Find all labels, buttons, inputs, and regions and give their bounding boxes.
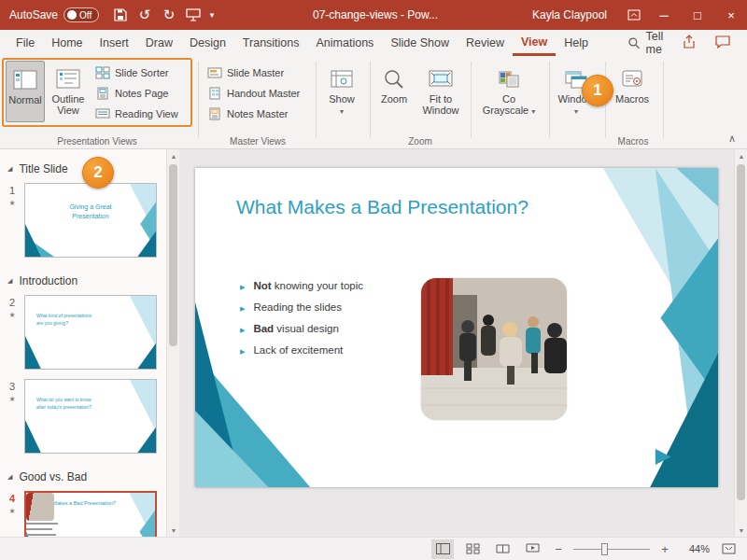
thumbnails-scrollbar[interactable]: ▲ ▼ [166, 149, 179, 537]
scroll-down-icon[interactable]: ▼ [167, 524, 180, 537]
slide-thumbnail-3[interactable]: What do you want to know after today's p… [24, 379, 157, 454]
notes-master-button[interactable]: Notes Master [207, 105, 288, 123]
macros-button[interactable]: Macros [611, 61, 654, 122]
thumbnail-title: Giving a Great Presentation [62, 203, 120, 220]
autosave-control[interactable]: AutoSave Off [9, 7, 99, 22]
slide-thumbnail-4[interactable]: What Makes a Bad Presentation? [24, 491, 157, 537]
comments-button[interactable] [715, 35, 730, 51]
animation-star-icon[interactable]: ★ [8, 507, 15, 515]
color-grayscale-button[interactable]: CoGrayscale ▾ [478, 61, 540, 122]
reading-view-button[interactable]: Reading View [95, 105, 178, 123]
zoom-button[interactable]: Zoom [375, 61, 413, 122]
scroll-up-icon[interactable]: ▲ [735, 149, 747, 162]
scrollbar-thumb[interactable] [169, 164, 177, 346]
zoom-out-button[interactable]: − [551, 542, 566, 556]
close-button[interactable]: × [715, 0, 747, 30]
handout-master-button[interactable]: Handout Master [207, 84, 300, 103]
slide-thumbnail-2[interactable]: What kind of presentations are you givin… [24, 295, 157, 370]
tab-file[interactable]: File [7, 30, 43, 56]
master-views-group-label: Master Views [200, 136, 316, 147]
section-collapse-icon[interactable]: ◢ [7, 165, 12, 173]
slide-row-4[interactable]: 4 ★ What Makes a Bad Presentation? [0, 491, 166, 537]
slide-title[interactable]: What Makes a Bad Presentation? [236, 196, 529, 218]
ribbon-display-options-button[interactable] [622, 0, 646, 30]
group-separator [663, 62, 664, 138]
tab-review[interactable]: Review [458, 30, 513, 56]
zoom-in-button[interactable]: + [657, 542, 672, 556]
group-separator [549, 62, 550, 138]
slide-sorter-button[interactable]: Slide Sorter [95, 63, 168, 82]
show-button[interactable]: Show▾ [321, 61, 362, 122]
status-normal-view-button[interactable] [431, 539, 454, 559]
animation-star-icon[interactable]: ★ [8, 311, 15, 319]
section-label: Title Slide [19, 162, 67, 175]
scrollbar-thumb[interactable] [737, 164, 745, 500]
zoom-slider[interactable] [573, 539, 650, 559]
save-button[interactable] [108, 0, 133, 30]
redo-button[interactable]: ↻ [157, 0, 181, 30]
comment-icon [715, 35, 730, 49]
bullet-text: Lack of excitement [253, 344, 343, 356]
thumbnails-pane: ◢ Title Slide 1 ★ Giving a Great Present… [0, 149, 166, 537]
save-icon [114, 8, 127, 21]
undo-button[interactable]: ↺ [133, 0, 157, 30]
zoom-slider-thumb[interactable] [601, 543, 608, 555]
color-grayscale-label-line1: Co [502, 93, 515, 105]
zoom-icon [382, 63, 406, 91]
status-slideshow-button[interactable] [521, 539, 543, 559]
scroll-down-icon[interactable]: ▼ [735, 524, 747, 537]
slide-row-2[interactable]: 2 ★ What kind of presentations are you g… [0, 295, 166, 370]
macros-icon [620, 63, 644, 91]
share-button[interactable] [682, 35, 697, 51]
slide-bullet-list[interactable]: ▶ Not knowing your topic ▶ Reading the s… [240, 280, 363, 366]
qat-customize-dropdown-icon[interactable]: ▾ [205, 0, 218, 30]
section-collapse-icon[interactable]: ◢ [7, 277, 12, 285]
minimize-button[interactable]: ─ [648, 0, 680, 30]
section-collapse-icon[interactable]: ◢ [7, 473, 12, 481]
tell-me-box[interactable]: Tell me [628, 30, 682, 56]
outline-view-button[interactable]: Outline View [47, 61, 90, 122]
autosave-toggle[interactable]: Off [63, 7, 99, 22]
tab-home[interactable]: Home [43, 30, 91, 56]
fit-to-window-button[interactable]: Fit to Window [416, 61, 465, 122]
tab-transitions[interactable]: Transitions [234, 30, 308, 56]
tab-help[interactable]: Help [556, 30, 597, 56]
status-slide-sorter-button[interactable] [461, 539, 484, 559]
dropdown-arrow-icon: ▾ [531, 107, 535, 116]
reading-view-label: Reading View [115, 108, 178, 119]
animation-star-icon[interactable]: ★ [8, 395, 15, 403]
section-header-good-vs-bad[interactable]: ◢ Good vs. Bad [7, 469, 166, 485]
collapse-ribbon-button[interactable]: ∧ [728, 133, 736, 145]
fit-slide-to-window-button[interactable] [717, 539, 740, 559]
tab-view[interactable]: View [513, 30, 556, 56]
slide-canvas: What Makes a Bad Presentation? ▶ Not kno… [179, 149, 734, 537]
tab-slide-show[interactable]: Slide Show [382, 30, 458, 56]
normal-view-button[interactable]: Normal [6, 61, 45, 122]
slide-row-3[interactable]: 3 ★ What do you want to know after today… [0, 379, 166, 454]
tab-design[interactable]: Design [181, 30, 234, 56]
tab-insert[interactable]: Insert [92, 30, 137, 56]
slide-area-scrollbar[interactable]: ▲ ▼ [734, 149, 747, 537]
section-header-introduction[interactable]: ◢ Introduction [7, 273, 166, 289]
thumbnail-title: What do you want to know after today's p… [36, 397, 94, 411]
slide-photo[interactable] [421, 278, 567, 420]
tab-animations[interactable]: Animations [308, 30, 383, 56]
notes-page-button[interactable]: Notes Page [95, 84, 168, 103]
slide-row-1[interactable]: 1 ★ Giving a Great Presentation [0, 183, 166, 258]
zoom-percentage[interactable]: 44% [680, 543, 710, 554]
scroll-up-icon[interactable]: ▲ [167, 149, 180, 162]
slide-thumbnail-1[interactable]: Giving a Great Presentation [24, 183, 157, 258]
slide-master-button[interactable]: Slide Master [207, 63, 284, 82]
autosave-knob [67, 10, 77, 20]
thumbnail-photo [26, 493, 54, 521]
status-reading-view-button[interactable] [491, 539, 514, 559]
maximize-button[interactable]: □ [682, 0, 713, 30]
start-presentation-button[interactable] [181, 0, 205, 30]
powerpoint-window: AutoSave Off ↺ ↻ ▾ 07-change-views - Pow… [0, 0, 747, 560]
current-slide[interactable]: What Makes a Bad Presentation? ▶ Not kno… [195, 168, 718, 487]
animation-star-icon[interactable]: ★ [8, 199, 15, 207]
thumbnail-bullet-line [26, 534, 56, 536]
show-label: Show [329, 93, 355, 105]
tab-draw[interactable]: Draw [137, 30, 181, 56]
status-slide-sorter-icon [466, 543, 480, 554]
